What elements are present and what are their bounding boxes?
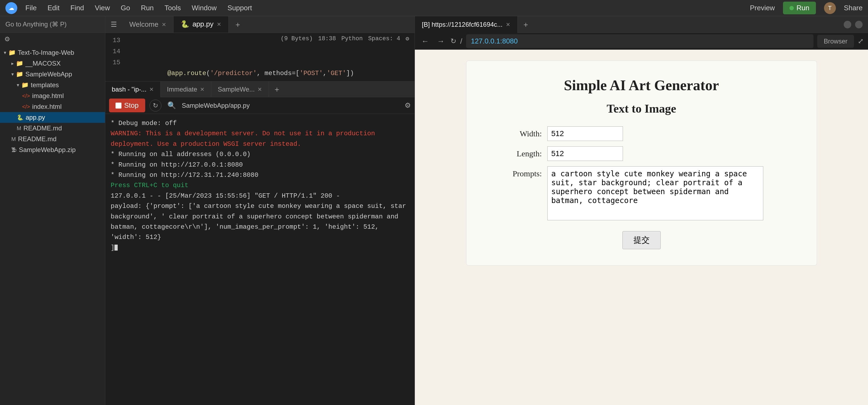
term-tab-immediate[interactable]: Immediate ✕	[161, 82, 211, 97]
term-line-debug: * Debug mode: off	[111, 118, 409, 128]
tree-root-folder[interactable]: ▾ 📁 Text-To-Image-Web	[0, 47, 105, 58]
menu-tools[interactable]: Tools	[165, 4, 181, 12]
terminal-settings-icon[interactable]: ⚙	[405, 101, 411, 110]
main-layout: Go to Anything (⌘ P) ⚙ ▾ 📁 Text-To-Image…	[0, 16, 868, 405]
status-spaces: Spaces: 4	[368, 35, 400, 42]
settings-icon[interactable]: ⚙	[406, 35, 409, 42]
decorator-token: @app.route	[167, 70, 206, 77]
add-browser-tab[interactable]: ＋	[518, 20, 534, 30]
term-line-payload: payload: {'prompt': ['a cartoon style cu…	[111, 201, 409, 243]
close-welcome-tab[interactable]: ✕	[162, 21, 166, 28]
line-num-13: 13	[105, 35, 120, 46]
term-tab-sample[interactable]: SampleWe... ✕	[211, 82, 269, 97]
menu-items: File Edit Find View Go Run Tools Window …	[25, 4, 252, 12]
close-browser-tab[interactable]: ✕	[506, 21, 510, 28]
menu-support[interactable]: Support	[227, 4, 252, 12]
close-sample-tab[interactable]: ✕	[257, 86, 262, 93]
term-tab-bash[interactable]: bash - "ip-... ✕	[105, 82, 161, 97]
tree-sample-zip[interactable]: 🗜 SampleWebApp.zip	[0, 144, 105, 155]
tree-index-html[interactable]: </> index.html	[0, 101, 105, 112]
menu-go[interactable]: Go	[121, 4, 130, 12]
share-button[interactable]: Share	[844, 4, 863, 12]
tree-image-html[interactable]: </> image.html	[0, 90, 105, 101]
close-immediate-tab[interactable]: ✕	[200, 86, 205, 93]
width-label: Width:	[488, 129, 542, 138]
term-line-running1: * Running on all addresses (0.0.0.0)	[111, 149, 409, 160]
term-tab-bash-label: bash - "ip-...	[112, 86, 147, 93]
length-input[interactable]	[547, 146, 623, 161]
tree-readme-md2[interactable]: M README.md	[0, 134, 105, 144]
menu-run[interactable]: Run	[141, 4, 154, 12]
term-line-request: 127.0.0.1 - - [25/Mar/2023 15:55:56] "GE…	[111, 191, 409, 201]
menu-view[interactable]: View	[95, 4, 110, 12]
terminal-tab-bar: bash - "ip-... ✕ Immediate ✕ SampleWe...…	[105, 82, 414, 97]
terminal-refresh-button[interactable]: ↻	[150, 99, 161, 112]
close-bash-tab[interactable]: ✕	[149, 86, 154, 93]
terminal-content[interactable]: * Debug mode: off WARNING: This is a dev…	[105, 114, 414, 405]
browser-url-bar[interactable]	[466, 34, 813, 48]
term-cursor-line: ]	[111, 243, 409, 253]
run-button[interactable]: Run	[783, 2, 816, 14]
preview-button[interactable]: Preview	[750, 4, 775, 12]
string-token: '/predictor'	[210, 70, 257, 77]
web-app-subtitle: Text to Image	[488, 102, 795, 116]
stop-button[interactable]: Stop	[109, 98, 145, 112]
terminal-toolbar: Stop ↻ 🔍 SampleWebApp/app.py ⚙	[105, 97, 414, 114]
browser-expand-icon[interactable]: ⤢	[858, 37, 864, 46]
tab-welcome[interactable]: Welcome ✕	[122, 16, 174, 33]
sidebar-header: ⚙	[0, 33, 105, 46]
tree-macosx-folder[interactable]: ▸ 📁 __MACOSX	[0, 58, 105, 69]
method-post: 'POST'	[300, 70, 323, 77]
submit-button[interactable]: 提交	[622, 231, 661, 249]
menu-window[interactable]: Window	[192, 4, 216, 12]
add-terminal-tab[interactable]: ＋	[269, 84, 285, 94]
tab-menu-icon[interactable]: ☰	[105, 20, 122, 29]
bracket-token: (	[206, 70, 210, 77]
user-avatar[interactable]: T	[824, 2, 836, 14]
tree-samplewebapp-folder[interactable]: ▾ 📁 SampleWebApp	[0, 69, 105, 80]
browser-tab-main[interactable]: [B] https://12126fcf61694c... ✕	[415, 16, 518, 33]
sidebar: Go to Anything (⌘ P) ⚙ ▾ 📁 Text-To-Image…	[0, 16, 105, 405]
tree-readme-md1[interactable]: M README.md	[0, 123, 105, 134]
web-app-title: Simple AI Art Generator	[488, 77, 795, 94]
tab-app-py-label: app.py	[192, 20, 214, 28]
term-cursor	[115, 244, 118, 251]
width-row: Width:	[488, 126, 795, 141]
browser-tab-bar: [B] https://12126fcf61694c... ✕ ＋	[415, 16, 868, 33]
editor-status-bar: (9 Bytes) 18:38 Python Spaces: 4 ⚙	[275, 33, 414, 45]
term-line-warning: WARNING: This is a development server. D…	[111, 128, 409, 149]
tab-app-py[interactable]: 🐍 app.py ✕	[174, 16, 228, 33]
add-editor-tab[interactable]: ＋	[228, 20, 247, 30]
close-app-py-tab[interactable]: ✕	[217, 21, 221, 28]
length-label: Length:	[488, 149, 542, 158]
editor-tab-bar: ☰ Welcome ✕ 🐍 app.py ✕ ＋	[105, 16, 414, 33]
term-tab-immediate-label: Immediate	[167, 86, 197, 93]
goto-anything[interactable]: Go to Anything (⌘ P)	[0, 16, 105, 33]
close-window-button[interactable]	[855, 21, 863, 28]
code-editor[interactable]: 13 14 15 @app.route('/predictor', method…	[105, 33, 414, 82]
prompts-label: Prompts:	[488, 166, 542, 178]
status-bytes: (9 Bytes)	[281, 35, 313, 42]
sidebar-gear-icon[interactable]: ⚙	[4, 35, 10, 43]
menu-file[interactable]: File	[25, 4, 37, 12]
prompts-textarea[interactable]: a cartoon style cute monkey wearing a sp…	[547, 166, 763, 220]
tree-app-py[interactable]: 🐍 app.py	[0, 112, 105, 123]
line-num-15: 15	[105, 57, 120, 68]
menu-edit[interactable]: Edit	[48, 4, 60, 12]
width-input[interactable]	[547, 126, 623, 141]
browser-refresh-button[interactable]: ↻	[451, 37, 456, 46]
app-logo: ☁	[5, 2, 17, 14]
term-line-ctrl: Press CTRL+C to quit	[111, 180, 409, 191]
menu-find[interactable]: Find	[70, 4, 84, 12]
maximize-button[interactable]	[844, 21, 851, 28]
terminal-search-icon[interactable]: 🔍	[166, 99, 178, 112]
stop-icon	[116, 103, 121, 109]
method-get: 'GET'	[327, 70, 346, 77]
browser-button[interactable]: Browser	[817, 35, 854, 48]
code-line-15: @app.route('/predictor', methods=['POST'…	[128, 57, 410, 82]
comma-token: , methods=	[257, 70, 296, 77]
tree-templates-folder[interactable]: ▾ 📁 templates	[0, 80, 105, 90]
browser-back-button[interactable]: ←	[419, 35, 431, 47]
browser-forward-button[interactable]: →	[435, 35, 447, 47]
browser-toolbar: ← → ↻ / Browser ⤢	[415, 33, 868, 50]
